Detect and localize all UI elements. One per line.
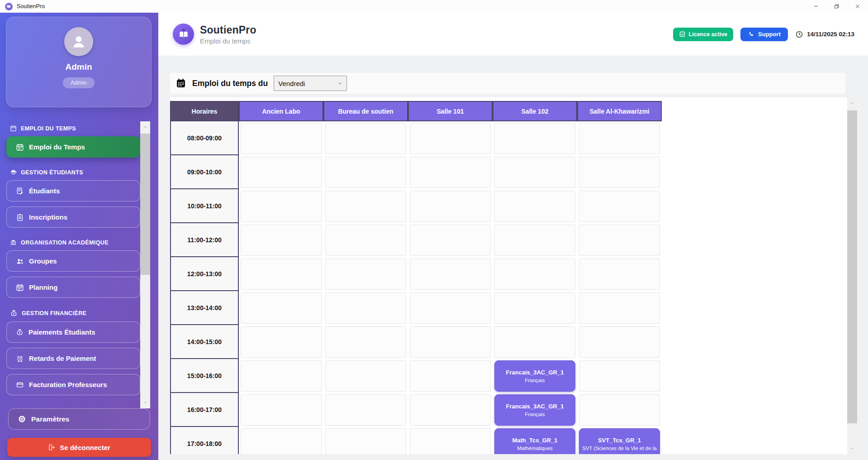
empty-cell (410, 292, 491, 324)
restore-icon (834, 4, 840, 9)
sidebar-item-inscriptions[interactable]: Inscriptions (6, 206, 140, 228)
sidebar-item-parametres[interactable]: Paramètres (8, 408, 150, 430)
student-icon (10, 169, 17, 176)
scrollbar-thumb[interactable] (847, 110, 857, 423)
datetime-text: 14/11/2025 02:13 (807, 31, 854, 38)
sidebar-item-planning[interactable]: Planning (6, 277, 140, 298)
event-block[interactable]: Math_Tcs_GR_1Mathématiques (494, 428, 575, 454)
title-block: SoutienPro Emploi du temps (200, 24, 256, 45)
column-header-bureau-de-soutien: Bureau de soutien (323, 101, 408, 121)
schedule-cell (239, 291, 323, 325)
minimize-icon (813, 4, 819, 9)
empty-cell (325, 394, 406, 426)
schedule-cell (408, 291, 493, 325)
scroll-down-button[interactable] (847, 443, 857, 454)
event-subject: SVT (Sciences de la Vie et de la (582, 446, 657, 451)
time-slot-cell: 17:00-18:00 (170, 427, 239, 454)
time-slot-cell: 09:00-10:00 (170, 155, 239, 189)
support-button[interactable]: Support (740, 28, 788, 41)
empty-cell (579, 157, 660, 188)
schedule-cell (577, 325, 662, 359)
schedule-cell (323, 359, 408, 393)
scroll-down-button[interactable] (140, 397, 150, 408)
time-slot-cell: 13:00-14:00 (170, 291, 239, 325)
sidebar-section-organisation-academique: ORGANISATION ACADÉMIQUE (10, 239, 138, 246)
schedule-cell (323, 393, 408, 427)
section-label: ORGANISATION ACADÉMIQUE (21, 240, 109, 246)
page-subtitle: Emploi du temps (200, 37, 256, 45)
section-label: GESTION FINANCIÈRE (22, 310, 86, 316)
money-bag-icon (16, 328, 24, 336)
main-header: SoutienPro Emploi du temps Licence activ… (158, 13, 868, 56)
section-label: GESTION ÉTUDIANTS (21, 169, 83, 176)
sidebar-item-retards-de-paiement[interactable]: Retards de Paiement (6, 348, 140, 369)
profile-name: Admin (6, 62, 151, 72)
datetime-display: 14/11/2025 02:13 (795, 30, 854, 38)
schedule-viewport: HorairesAncien LaboBureau de soutienSall… (170, 97, 857, 454)
minimize-button[interactable] (806, 0, 826, 13)
event-title: Francais_3AC_GR_1 (506, 369, 564, 376)
phone-icon (748, 31, 754, 38)
empty-cell (241, 428, 322, 454)
empty-cell (325, 157, 406, 188)
schedule-toolbar: Emploi du temps du Vendredi (170, 73, 845, 94)
time-slot-cell: 14:00-15:00 (170, 325, 239, 359)
header-actions: Licence active Support 14/11/2025 02:13 (673, 28, 868, 41)
scroll-up-button[interactable] (140, 121, 150, 133)
time-slot-cell: 11:00-12:00 (170, 223, 239, 257)
app-logo (173, 24, 194, 45)
empty-cell (241, 225, 322, 256)
schedule-cell (577, 121, 662, 155)
sidebar: Admin Admin EMPLOI DU TEMPSEmploi du Tem… (0, 13, 158, 460)
schedule-cell (323, 223, 408, 257)
schedule-cell (239, 121, 323, 155)
schedule-cell (323, 257, 408, 291)
close-button[interactable] (847, 0, 868, 13)
section-label: EMPLOI DU TEMPS (21, 125, 76, 132)
person-icon (71, 34, 87, 50)
event-block[interactable]: Francais_3AC_GR_1Français (494, 394, 575, 426)
empty-cell (410, 360, 491, 392)
schedule-cell (239, 189, 323, 223)
time-slot-cell: 15:00-16:00 (170, 359, 239, 393)
role-badge: Admin (63, 77, 94, 88)
schedule-table: HorairesAncien LaboBureau de soutienSall… (170, 101, 662, 454)
restore-button[interactable] (826, 0, 847, 13)
page-title: SoutienPro (200, 24, 256, 36)
close-icon (855, 4, 860, 9)
sidebar-item-etudiants[interactable]: Étudiants (6, 180, 140, 201)
empty-cell (241, 191, 322, 222)
logout-button[interactable]: Se déconnecter (7, 438, 151, 457)
empty-cell (241, 123, 322, 154)
event-block[interactable]: Francais_3AC_GR_1Français (494, 360, 575, 392)
empty-cell (325, 292, 406, 324)
schedule-cell (323, 189, 408, 223)
empty-cell (325, 326, 406, 358)
empty-cell (325, 225, 406, 256)
empty-cell (325, 259, 406, 290)
empty-cell (410, 157, 491, 188)
schedule-cell: Francais_3AC_GR_1Français (493, 359, 577, 393)
scroll-up-button[interactable] (847, 97, 857, 109)
schedule-cell (408, 359, 493, 393)
sidebar-item-paiements-etudiants[interactable]: Paiements Étudiants (6, 321, 140, 343)
sidebar-item-emploi-du-temps[interactable]: Emploi du Temps (6, 136, 140, 158)
event-subject: Français (525, 412, 545, 417)
invoice-icon (16, 381, 24, 389)
scrollbar-thumb[interactable] (140, 134, 150, 275)
chevron-up-icon (143, 125, 148, 129)
schedule-cell (493, 121, 577, 155)
empty-cell (494, 191, 575, 222)
schedule-cell: Francais_3AC_GR_1Français (493, 393, 577, 427)
sidebar-item-groupes[interactable]: Groupes (6, 250, 140, 272)
schedule-cell (239, 223, 323, 257)
gear-icon (18, 415, 26, 423)
event-block[interactable]: SVT_Tcs_GR_1SVT (Sciences de la Vie et d… (579, 428, 660, 454)
schedule-cell (408, 189, 493, 223)
day-select[interactable]: Vendredi (274, 76, 347, 91)
money-bag-icon (10, 309, 18, 317)
empty-cell (494, 225, 575, 256)
check-square-icon (679, 31, 686, 38)
sidebar-section-gestion-financiere: GESTION FINANCIÈRE (10, 309, 138, 317)
sidebar-item-facturation-professeurs[interactable]: Facturation Professeurs (6, 374, 140, 395)
